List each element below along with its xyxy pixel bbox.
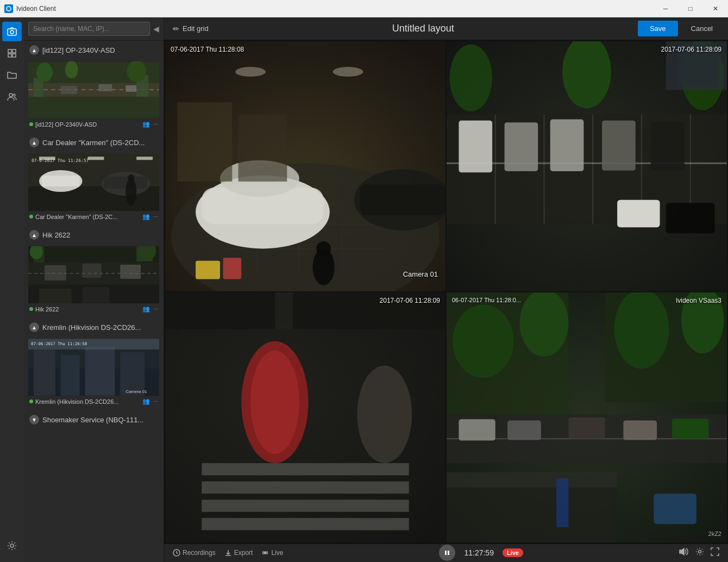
cancel-button[interactable]: Cancel bbox=[685, 21, 719, 36]
status-dot-4 bbox=[29, 399, 33, 403]
svg-rect-71 bbox=[196, 261, 220, 279]
svg-rect-28 bbox=[104, 177, 147, 189]
camera-icons-1: 👥 ··· bbox=[142, 121, 158, 128]
camera-item-1: [id122] OP-2340V-ASD 👥 ··· bbox=[24, 59, 164, 133]
pause-icon bbox=[444, 549, 450, 556]
bottom-bar: Recordings Export Live bbox=[164, 544, 728, 562]
svg-point-75 bbox=[235, 67, 266, 77]
svg-point-113 bbox=[614, 292, 669, 369]
camera-timestamp-2: 2017-07-06 11:28:09 bbox=[661, 46, 721, 53]
edit-grid-button[interactable]: ✏ Edit grid bbox=[173, 24, 209, 33]
users-icon-3: 👥 bbox=[142, 305, 150, 313]
svg-point-32 bbox=[125, 178, 136, 205]
search-input[interactable] bbox=[28, 22, 150, 36]
svg-marker-131 bbox=[680, 548, 684, 555]
group-name-4: Kremlin (Hikvision DS-2CD26... bbox=[42, 323, 141, 332]
camera-feed-2: 2017-07-06 11:28:09 bbox=[447, 41, 727, 291]
camera-timestamp-3: 2017-07-06 11:28:09 bbox=[380, 297, 440, 304]
volume-icon[interactable] bbox=[679, 547, 689, 558]
more-icon-1[interactable]: ··· bbox=[153, 121, 158, 128]
svg-point-70 bbox=[316, 241, 331, 256]
title-bar: Ivideon Client ─ □ ✕ bbox=[0, 0, 728, 17]
app-icon bbox=[4, 4, 13, 13]
svg-point-92 bbox=[450, 45, 493, 111]
svg-rect-6 bbox=[8, 54, 11, 57]
svg-rect-117 bbox=[459, 419, 495, 440]
svg-rect-129 bbox=[445, 551, 447, 555]
pause-button[interactable] bbox=[439, 545, 455, 561]
camera-info-2: Car Dealer "Karmen" (DS-2C... 👥 ··· bbox=[28, 211, 159, 221]
svg-rect-87 bbox=[550, 120, 584, 171]
camera-info-1: [id122] OP-2340V-ASD 👥 ··· bbox=[28, 118, 159, 129]
bottom-left: Recordings Export Live bbox=[173, 549, 283, 557]
gear-icon[interactable] bbox=[695, 547, 704, 558]
svg-rect-46 bbox=[39, 289, 72, 303]
users-icon-2: 👥 bbox=[142, 213, 150, 220]
folder-icon[interactable] bbox=[2, 65, 22, 85]
svg-rect-14 bbox=[61, 86, 77, 94]
svg-rect-73 bbox=[177, 102, 232, 182]
camera-cell-2: 2017-07-06 11:28:09 bbox=[447, 41, 727, 291]
svg-point-3 bbox=[10, 30, 14, 34]
svg-rect-99 bbox=[202, 482, 409, 494]
search-bar: ◀ bbox=[24, 17, 164, 41]
sidebar-group-3[interactable]: Hik 2622 bbox=[24, 226, 164, 244]
svg-rect-39 bbox=[120, 265, 141, 279]
more-icon-2[interactable]: ··· bbox=[153, 213, 158, 220]
more-icon-4[interactable]: ··· bbox=[153, 398, 158, 405]
export-icon bbox=[224, 549, 232, 557]
save-button[interactable]: Save bbox=[638, 21, 678, 36]
camera-info-4: Kremlin (Hikvision DS-2CD26... 👥 ··· bbox=[28, 396, 159, 406]
svg-rect-52 bbox=[85, 347, 115, 396]
live-icon bbox=[261, 549, 269, 557]
svg-rect-72 bbox=[223, 258, 242, 279]
users-icon-4: 👥 bbox=[142, 398, 150, 405]
camera-grid: 07-06-2017 Thu 11:28:08 Camera 01 bbox=[164, 40, 728, 544]
users-icon[interactable] bbox=[2, 87, 22, 107]
group-arrow-5 bbox=[29, 415, 39, 424]
svg-text:07-6-2017 Thu 11:26:57: 07-6-2017 Thu 11:26:57 bbox=[32, 158, 89, 163]
svg-point-19 bbox=[36, 63, 53, 82]
svg-rect-47 bbox=[83, 287, 110, 303]
svg-rect-38 bbox=[83, 264, 102, 278]
svg-rect-119 bbox=[568, 417, 605, 439]
svg-rect-7 bbox=[12, 54, 16, 57]
sidebar-group-1[interactable]: [id122] OP-2340V-ASD bbox=[24, 41, 164, 59]
close-button[interactable]: ✕ bbox=[703, 0, 728, 17]
camera-name-4: Kremlin (Hikvision DS-2CD26... bbox=[35, 398, 140, 405]
camera-icons-2: 👥 ··· bbox=[142, 213, 158, 220]
svg-rect-15 bbox=[98, 84, 112, 91]
svg-point-104 bbox=[250, 351, 299, 454]
camera-thumb-4: 07-06-2017 Thu 11:26:58 Camera 01 bbox=[28, 339, 159, 396]
recordings-button[interactable]: Recordings bbox=[173, 549, 216, 557]
camera-cell-1: 07-06-2017 Thu 11:28:08 Camera 01 bbox=[165, 41, 445, 291]
live-button[interactable]: Live bbox=[261, 549, 283, 557]
camera-feed-3: 2017-07-06 11:28:09 bbox=[165, 292, 445, 542]
svg-rect-50 bbox=[34, 349, 55, 396]
sidebar-group-2[interactable]: Car Dealer "Karmen" (DS-2CD... bbox=[24, 133, 164, 152]
svg-rect-68 bbox=[360, 185, 445, 215]
more-icon-3[interactable]: ··· bbox=[153, 305, 158, 313]
camera-icon[interactable] bbox=[2, 22, 22, 41]
minimize-button[interactable]: ─ bbox=[653, 0, 678, 17]
svg-rect-118 bbox=[507, 421, 541, 440]
group-name-2: Car Dealer "Karmen" (DS-2CD... bbox=[42, 139, 145, 147]
collapse-button[interactable]: ◀ bbox=[153, 24, 159, 33]
svg-rect-120 bbox=[623, 421, 657, 440]
live-badge: Live bbox=[503, 548, 523, 557]
group-arrow-3 bbox=[29, 230, 39, 240]
svg-rect-100 bbox=[202, 499, 409, 511]
sidebar-group-4[interactable]: Kremlin (Hikvision DS-2CD26... bbox=[24, 318, 164, 336]
status-dot-1 bbox=[29, 122, 33, 126]
camera-name-3: Hik 2622 bbox=[35, 306, 140, 313]
recordings-label: Recordings bbox=[183, 549, 216, 557]
group-arrow-4 bbox=[29, 322, 39, 332]
maximize-button[interactable]: □ bbox=[678, 0, 703, 17]
svg-rect-130 bbox=[448, 551, 449, 555]
grid-icon[interactable] bbox=[2, 43, 22, 63]
settings-icon[interactable] bbox=[2, 536, 22, 555]
fullscreen-icon[interactable] bbox=[711, 547, 719, 558]
export-button[interactable]: Export bbox=[224, 549, 253, 557]
sidebar-group-5[interactable]: Shoemaker Service (NBQ-111... bbox=[24, 410, 164, 429]
svg-text:Camera 01: Camera 01 bbox=[125, 389, 147, 394]
